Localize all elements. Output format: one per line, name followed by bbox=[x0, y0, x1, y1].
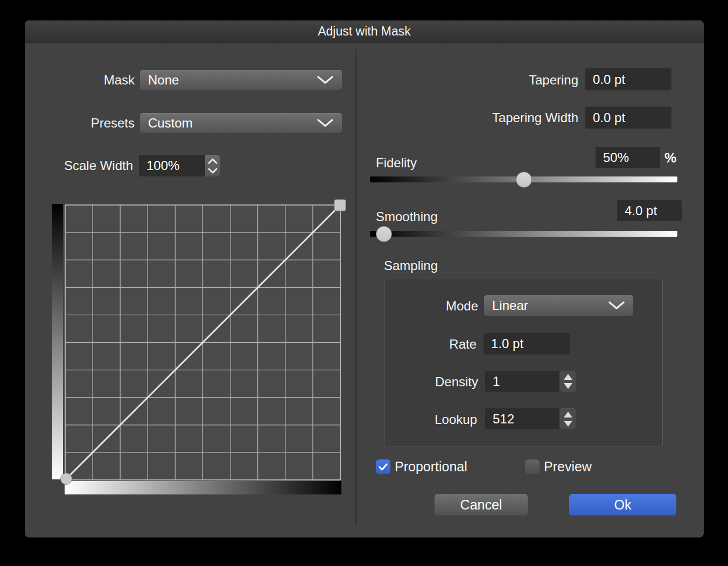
density-stepper[interactable] bbox=[560, 371, 576, 392]
lookup-stepper[interactable] bbox=[560, 408, 576, 429]
chevron-down-icon bbox=[608, 301, 625, 310]
scale-width-input[interactable]: 100% bbox=[139, 155, 205, 176]
tapering-label: Tapering bbox=[529, 73, 578, 88]
proportional-label[interactable]: Proportional bbox=[395, 459, 467, 475]
panel-divider bbox=[355, 49, 356, 525]
fidelity-value-input[interactable]: 50% bbox=[596, 147, 660, 168]
presets-dropdown-value: Custom bbox=[148, 116, 193, 131]
titlebar[interactable]: Adjust with Mask bbox=[25, 20, 704, 43]
stepper-up-icon[interactable] bbox=[564, 412, 572, 418]
smoothing-label: Smoothing bbox=[376, 209, 438, 224]
lookup-label: Lookup bbox=[435, 412, 477, 427]
rate-input[interactable]: 1.0 pt bbox=[484, 333, 570, 355]
mask-label: Mask bbox=[104, 73, 135, 88]
adjust-with-mask-dialog: Adjust with Mask Mask None Presets Custo… bbox=[25, 20, 704, 537]
stepper-up-icon[interactable] bbox=[564, 374, 572, 380]
rate-label: Rate bbox=[449, 337, 477, 352]
chevron-up-icon bbox=[208, 158, 218, 164]
horizontal-gradient-ramp bbox=[65, 481, 341, 494]
check-icon bbox=[379, 463, 388, 471]
scale-width-stepper[interactable] bbox=[205, 155, 220, 176]
chevron-down-icon bbox=[317, 119, 333, 128]
proportional-checkbox[interactable] bbox=[376, 459, 390, 474]
preview-label[interactable]: Preview bbox=[544, 459, 592, 475]
presets-label: Presets bbox=[91, 116, 135, 131]
lookup-input[interactable]: 512 bbox=[485, 408, 559, 429]
tapering-input[interactable]: 0.0 pt bbox=[585, 68, 671, 90]
vertical-gradient-ramp bbox=[52, 204, 63, 479]
cancel-button[interactable]: Cancel bbox=[435, 494, 528, 515]
sampling-title: Sampling bbox=[384, 258, 438, 273]
fidelity-slider-thumb[interactable] bbox=[516, 172, 532, 188]
mask-dropdown-value: None bbox=[148, 73, 179, 88]
fidelity-slider[interactable] bbox=[370, 176, 677, 182]
stepper-down-icon[interactable] bbox=[564, 383, 572, 389]
scale-width-label: Scale Width bbox=[64, 158, 133, 173]
smoothing-slider-thumb[interactable] bbox=[376, 226, 392, 242]
fidelity-label: Fidelity bbox=[376, 155, 417, 171]
density-label: Density bbox=[435, 374, 478, 390]
smoothing-value-input[interactable]: 4.0 pt bbox=[617, 200, 682, 221]
presets-dropdown[interactable]: Custom bbox=[140, 113, 342, 133]
stepper-up-button[interactable] bbox=[208, 157, 218, 165]
stepper-down-icon[interactable] bbox=[564, 421, 572, 427]
mask-dropdown[interactable]: None bbox=[140, 70, 342, 90]
percent-suffix: % bbox=[664, 150, 676, 166]
preview-checkbox[interactable] bbox=[525, 459, 540, 474]
chevron-down-icon bbox=[317, 76, 333, 84]
ok-button[interactable]: Ok bbox=[569, 494, 676, 515]
tapering-width-input[interactable]: 0.0 pt bbox=[585, 107, 671, 129]
mode-dropdown-value: Linear bbox=[492, 298, 528, 313]
curve-handle-0[interactable] bbox=[61, 473, 72, 485]
curve-grid[interactable] bbox=[65, 205, 340, 480]
mode-label: Mode bbox=[446, 299, 478, 314]
density-input[interactable]: 1 bbox=[485, 371, 559, 392]
mode-dropdown[interactable]: Linear bbox=[484, 295, 633, 316]
curve-handle-1[interactable] bbox=[334, 200, 346, 211]
chevron-down-icon bbox=[208, 168, 218, 174]
stepper-down-button[interactable] bbox=[208, 166, 218, 175]
smoothing-slider[interactable] bbox=[370, 231, 677, 237]
tapering-width-label: Tapering Width bbox=[492, 110, 578, 125]
dialog-title: Adjust with Mask bbox=[318, 24, 411, 39]
